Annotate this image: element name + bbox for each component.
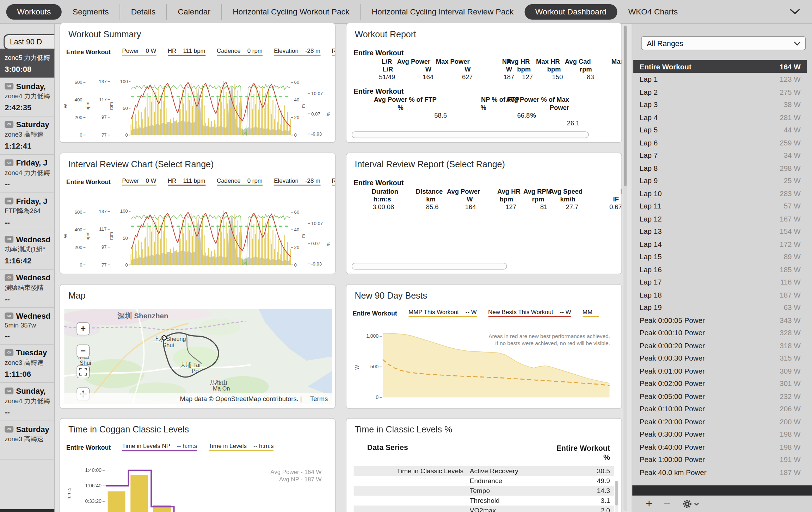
map[interactable]: 深圳 Shenzhen上水 SheungShui水圍ShuiWai大埔 TaiP… [64,309,332,404]
legend-series-item[interactable]: MM [583,309,599,317]
range-row[interactable]: Lap 14 172 W [633,238,807,250]
chevron-down-icon[interactable] [789,7,800,16]
report-group-label: Entire Workout [354,87,614,95]
workout-list-item[interactable]: ∞ Saturday zone3 高轉速 [0,421,55,460]
range-row[interactable]: Lap 3 38 W [633,98,807,111]
svg-text:m: m [301,104,306,108]
vertical-scrollbar[interactable] [615,481,618,512]
workout-list-item[interactable]: ∞ Saturday zone3 高轉速 1:12:41 [0,117,55,155]
nav-tab[interactable]: Details [119,4,166,19]
chart-annotation: Areas in red are new best performances a… [488,332,610,346]
legend-series-item[interactable]: Time in Levels NP-- h:m:s [122,443,197,451]
zoom-in-button[interactable]: + [76,322,90,335]
workout-day: Sunday, [16,82,46,90]
legend-series-item[interactable]: HR111 bpm [168,177,205,186]
horizontal-scrollbar[interactable] [352,263,507,269]
terms-link[interactable]: Terms [310,395,328,402]
range-row[interactable]: Lap 1 123 W [633,73,807,86]
svg-text:10.07: 10.07 [311,221,323,226]
range-row[interactable]: Peak 0:00:30 Power 315 W [633,352,807,364]
range-row[interactable]: Lap 17 116 W [633,276,807,288]
fullscreen-icon[interactable] [76,365,90,378]
time-in-levels-chart[interactable]: 1:40:001:06:400:33:200:00:00h:m:s [64,459,331,512]
interval-review-chart[interactable]: 60040020001371179777100500604020010.070.… [63,203,333,273]
horizontal-scrollbar[interactable] [352,131,589,138]
main-scrollbar[interactable] [623,25,627,511]
range-row[interactable]: Peak 0:01:00 Power 309 W [633,364,807,377]
range-row[interactable]: Peak 0:02:00 Power 301 W [633,377,807,390]
range-row[interactable]: Lap 7 34 W [633,149,807,162]
nav-tab[interactable]: Horizontal Cycling Interval Review Pack [360,4,524,19]
workout-duration: 3:00:08 [5,65,53,74]
range-row[interactable]: Lap 13 154 W [633,225,807,238]
range-row[interactable]: Lap 19 63 W [633,301,807,314]
range-row[interactable]: Lap 12 167 W [633,212,807,225]
add-range-button[interactable]: + [646,497,652,511]
range-row-selected[interactable]: Entire Workout 164 W [633,60,807,73]
workout-list-item[interactable]: ∞ Wednesd 5min 357w -- [0,308,55,344]
range-row[interactable]: Lap 4 281 W [633,111,807,124]
gear-icon[interactable] [682,499,699,509]
report-group-label: Entire Workout [354,49,614,57]
workout-list-item[interactable]: ∞ Wednesd 功率測試(1組* 1:16:42 [0,231,55,270]
nav-tab[interactable]: WKO4 Charts [617,4,689,19]
legend-series-item[interactable]: Power0 W [122,48,156,56]
workout-list-item[interactable]: ∞ Sunday, zone4 力力低轉 -- [0,383,55,421]
map-canvas[interactable]: 深圳 Shenzhen上水 SheungShui水圍ShuiWai大埔 TaiP… [64,309,332,404]
legend-series-item[interactable]: MMP This Workout-- W [408,309,477,317]
range-row[interactable]: Peak 0:00:10 Power 328 W [633,326,807,339]
legend-series-item[interactable]: New Bests This Workout-- W [488,309,571,317]
workout-list-item[interactable]: ∞ Wednesd 測驗結束後請 -- [0,270,55,308]
legend-series-item[interactable]: Elevation-28 m [274,177,320,186]
workout-list-item[interactable]: ∞ Sunday, zone4 力力低轉 2:42:35 [0,78,55,117]
range-row[interactable]: Lap 2 275 W [633,86,807,98]
legend-series-item[interactable]: Elevation-28 m [274,48,320,56]
nav-tab[interactable]: Calendar [166,4,221,19]
range-row[interactable]: Lap 5 44 W [633,124,807,136]
legend-series-item[interactable]: Time in Levels-- h:m:s [209,443,274,451]
range-row[interactable]: Lap 15 89 W [633,250,807,263]
nav-tab[interactable]: Horizontal Cycling Workout Pack [221,4,360,19]
date-range-filter-button[interactable]: Last 90 D [4,34,55,50]
range-row[interactable]: Lap 8 298 W [633,162,807,174]
range-row[interactable]: Lap 11 57 W [633,200,807,212]
nav-tab[interactable]: Segments [62,4,119,19]
range-select[interactable]: All Ranges [641,36,806,50]
range-row[interactable]: Lap 9 25 W [633,174,807,187]
chevron-down-icon [694,502,699,506]
nav-tab[interactable]: Workouts [6,4,62,19]
range-row[interactable]: Peak 0:00:05 Power 343 W [633,314,807,326]
workout-list-item[interactable]: ∞ Friday, J zone4 力力低轉 -- [0,155,55,193]
svg-text:bpm: bpm [85,231,90,241]
workout-summary-chart[interactable]: 60040020001371179777100500604020010.070.… [63,73,333,143]
legend-series-item[interactable]: HR111 bpm [168,48,205,56]
range-row[interactable]: Peak 0:20:00 Power 200 W [633,415,807,428]
range-row[interactable]: Peak 0:40:00 Power 198 W [633,441,807,453]
svg-text:400: 400 [75,97,82,102]
zoom-out-button[interactable]: − [76,345,90,358]
svg-text:Ma On: Ma On [213,385,230,392]
legend-series-item[interactable]: Cadence0 rpm [217,177,263,186]
range-row[interactable]: Lap 6 259 W [633,136,807,149]
workout-list-item[interactable]: ∞ Friday, J FTP降為264 -- [0,193,55,231]
remove-range-button[interactable]: − [664,497,671,511]
range-row[interactable]: Lap 18 187 W [633,288,807,301]
sidebar-footer-bar [632,485,812,495]
range-row[interactable]: Peak 0:00:20 Power 318 W [633,339,807,352]
svg-text:60: 60 [294,80,300,85]
workout-list-item[interactable]: ∞ zone5 力力低轉 3:00:08 [0,49,55,78]
legend-series-item[interactable]: Cadence0 rpm [217,48,263,56]
range-row[interactable]: Lap 10 283 W [633,187,807,200]
legend-series-item[interactable]: Rolling Grade1.4 % [332,48,336,56]
range-row[interactable]: Peak 0:10:00 Power 206 W [633,402,807,415]
range-row[interactable]: Peak 0:05:00 Power 232 W [633,390,807,402]
range-row[interactable]: Lap 16 185 W [633,263,807,276]
range-row[interactable]: Peak 1:00:00 Power 191 W [633,453,807,466]
legend-series-item[interactable]: Power0 W [122,177,156,186]
workout-photo-icon: ∞ [5,83,13,89]
workout-list-item[interactable]: ∞ Tuesday zone3 高轉速 1:11:06 [0,345,55,383]
range-row[interactable]: Peak 40.0 km Power 187 W [633,466,807,479]
nav-tab[interactable]: Workout Dashboard [524,4,617,19]
legend-series-item[interactable]: Rolling Grade1.4 % [332,177,336,186]
range-row[interactable]: Peak 0:30:00 Power 198 W [633,428,807,441]
